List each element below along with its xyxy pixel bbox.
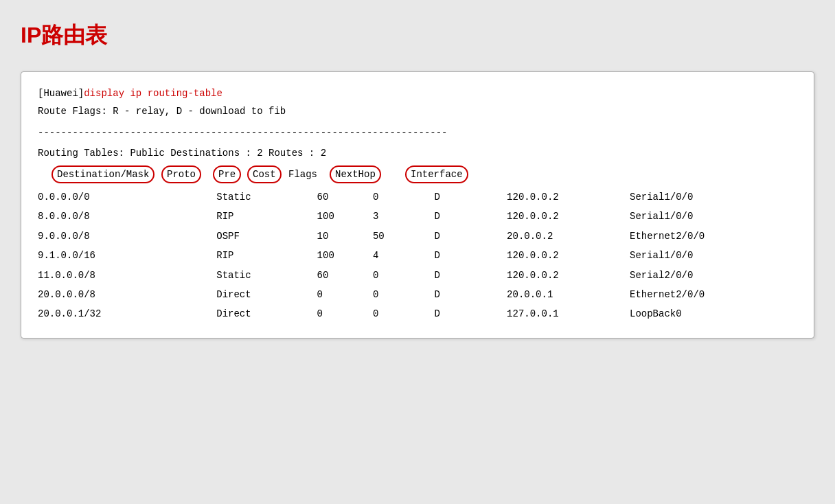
cell-nexthop: 127.0.0.1	[507, 304, 630, 323]
cell-flags: D	[434, 266, 507, 285]
table-row: 9.1.0.0/16 RIP 100 4 D 120.0.0.2 Serial1…	[38, 246, 797, 265]
proto-circle: Proto	[161, 165, 201, 183]
routing-table: 0.0.0.0/0 Static 60 0 D 120.0.0.2 Serial…	[38, 187, 797, 324]
table-row: 11.0.0.0/8 Static 60 0 D 120.0.0.2 Seria…	[38, 266, 797, 285]
table-row: 9.0.0.0/8 OSPF 10 50 D 20.0.0.2 Ethernet…	[38, 227, 797, 246]
divider: ----------------------------------------…	[38, 125, 797, 140]
cell-proto: RIP	[216, 207, 317, 226]
prompt: [Huawei]	[38, 88, 84, 99]
cell-pre: 60	[317, 266, 373, 285]
cell-cost: 0	[373, 285, 434, 304]
cell-cost: 3	[373, 207, 434, 226]
cell-pre: 0	[317, 304, 373, 323]
cell-flags: D	[434, 246, 507, 265]
cell-dest: 20.0.0.1/32	[38, 304, 216, 323]
cell-flags: D	[434, 187, 507, 207]
header-nexthop: NextHop	[330, 165, 405, 183]
cell-nexthop: 120.0.0.2	[507, 207, 630, 226]
cell-iface: LoopBack0	[630, 304, 797, 323]
flags-line: Route Flags: R - relay, D - download to …	[38, 104, 797, 119]
table-row: 0.0.0.0/0 Static 60 0 D 120.0.0.2 Serial…	[38, 187, 797, 207]
header-cost: Cost	[247, 165, 288, 183]
cell-pre: 10	[317, 227, 373, 246]
header-destination: Destination/Mask	[52, 165, 161, 183]
cell-cost: 0	[373, 187, 434, 207]
header-interface: Interface	[405, 165, 501, 183]
cell-pre: 60	[317, 187, 373, 207]
cell-dest: 11.0.0.0/8	[38, 266, 216, 285]
cell-iface: Serial2/0/0	[630, 266, 797, 285]
cell-dest: 20.0.0.0/8	[38, 285, 216, 304]
cell-proto: RIP	[216, 246, 317, 265]
routing-summary: Routing Tables: Public Destinations : 2 …	[38, 146, 797, 161]
cell-flags: D	[434, 227, 507, 246]
interface-circle: Interface	[405, 165, 468, 183]
cell-pre: 100	[317, 246, 373, 265]
cell-dest: 9.1.0.0/16	[38, 246, 216, 265]
cell-iface: Ethernet2/0/0	[630, 285, 797, 304]
cost-circle: Cost	[247, 165, 282, 183]
table-header-row: Destination/Mask Proto Pre Cost Flags Ne…	[38, 165, 797, 183]
cell-proto: Direct	[216, 285, 317, 304]
cell-dest: 8.0.0.0/8	[38, 207, 216, 226]
header-proto: Proto	[161, 165, 213, 183]
header-pre: Pre	[213, 165, 247, 183]
cell-nexthop: 120.0.0.2	[507, 187, 630, 207]
nexthop-circle: NextHop	[330, 165, 381, 183]
header-flags: Flags	[288, 167, 330, 182]
cell-pre: 100	[317, 207, 373, 226]
cell-nexthop: 120.0.0.2	[507, 246, 630, 265]
cell-nexthop: 120.0.0.2	[507, 266, 630, 285]
cell-nexthop: 20.0.0.1	[507, 285, 630, 304]
command: display ip routing-table	[84, 88, 222, 99]
cell-iface: Serial1/0/0	[630, 246, 797, 265]
table-row: 20.0.0.1/32 Direct 0 0 D 127.0.0.1 LoopB…	[38, 304, 797, 323]
cell-flags: D	[434, 285, 507, 304]
cell-iface: Serial1/0/0	[630, 187, 797, 207]
cell-dest: 0.0.0.0/0	[38, 187, 216, 207]
cell-dest: 9.0.0.0/8	[38, 227, 216, 246]
header-spacer	[38, 167, 52, 182]
page-title: IP路由表	[21, 21, 814, 51]
cell-iface: Serial1/0/0	[630, 207, 797, 226]
cell-flags: D	[434, 207, 507, 226]
pre-circle: Pre	[213, 165, 241, 183]
table-row: 8.0.0.0/8 RIP 100 3 D 120.0.0.2 Serial1/…	[38, 207, 797, 226]
cell-pre: 0	[317, 285, 373, 304]
cell-proto: OSPF	[216, 227, 317, 246]
cell-nexthop: 20.0.0.2	[507, 227, 630, 246]
terminal-box: [Huawei]display ip routing-table Route F…	[21, 71, 814, 339]
cell-proto: Direct	[216, 304, 317, 323]
command-line: [Huawei]display ip routing-table	[38, 86, 797, 101]
cell-cost: 4	[373, 246, 434, 265]
destination-circle: Destination/Mask	[52, 165, 155, 183]
cell-proto: Static	[216, 187, 317, 207]
cell-cost: 0	[373, 266, 434, 285]
cell-cost: 50	[373, 227, 434, 246]
cell-iface: Ethernet2/0/0	[630, 227, 797, 246]
cell-proto: Static	[216, 266, 317, 285]
cell-flags: D	[434, 304, 507, 323]
cell-cost: 0	[373, 304, 434, 323]
table-row: 20.0.0.0/8 Direct 0 0 D 20.0.0.1 Etherne…	[38, 285, 797, 304]
